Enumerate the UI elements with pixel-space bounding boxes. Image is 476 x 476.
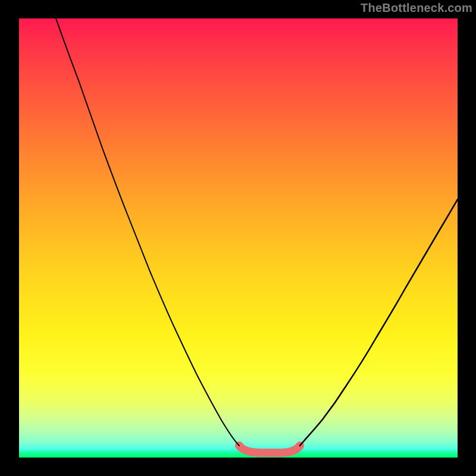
left-curve-path	[56, 18, 239, 446]
chart-curves	[19, 18, 458, 458]
bottom-highlight-path	[239, 446, 300, 453]
chart-plot-area	[19, 18, 458, 458]
right-curve-path	[300, 199, 458, 446]
chart-frame: TheBottleneck.com	[0, 0, 476, 476]
watermark-text: TheBottleneck.com	[361, 1, 472, 15]
